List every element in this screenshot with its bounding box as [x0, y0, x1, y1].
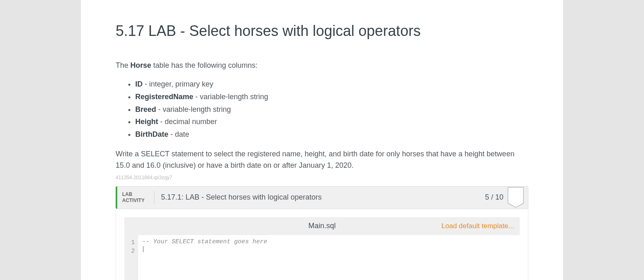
list-item: Height - decimal number	[135, 116, 528, 128]
gutter-line: 2	[129, 247, 135, 256]
task-paragraph: Write a SELECT statement to select the r…	[116, 149, 528, 171]
lab-activity-title: 5.17.1: LAB - Select horses with logical…	[154, 193, 485, 202]
code-line-1: -- Your SELECT statement goes here	[142, 238, 267, 245]
code-filename: Main.sql	[308, 222, 335, 230]
intro-bold: Horse	[130, 61, 151, 69]
code-header: Main.sql Load default template...	[124, 217, 520, 235]
col-name: ID	[135, 80, 143, 88]
columns-list: ID - integer, primary key RegisteredName…	[116, 78, 528, 140]
list-item: BirthDate - date	[135, 129, 528, 140]
col-name: RegisteredName	[135, 93, 193, 101]
reference-code: 411354.2011884.qx3zqy7	[116, 175, 528, 180]
lab-label-line1: LAB	[122, 191, 148, 197]
code-panel: Main.sql Load default template... 1 2 --…	[116, 209, 528, 280]
lab-label-line2: ACTIVITY	[122, 198, 148, 203]
code-body[interactable]: -- Your SELECT statement goes here	[138, 235, 520, 280]
intro-paragraph: The Horse table has the following column…	[116, 60, 528, 71]
col-desc: - variable-length string	[193, 93, 268, 101]
col-desc: - variable-length string	[156, 105, 231, 113]
code-editor[interactable]: 1 2 -- Your SELECT statement goes here	[124, 235, 520, 280]
col-name: Height	[135, 118, 158, 126]
intro-pre: The	[116, 61, 130, 69]
lab-activity-score: 5 / 10	[485, 193, 508, 202]
ribbon-icon	[508, 187, 524, 208]
col-desc: - decimal number	[158, 118, 217, 126]
intro-post: table has the following columns:	[151, 61, 257, 69]
lab-activity-label: LAB ACTIVITY	[117, 191, 154, 203]
list-item: ID - integer, primary key	[135, 78, 528, 90]
load-default-template-link[interactable]: Load default template...	[441, 222, 520, 230]
col-name: BirthDate	[135, 130, 168, 138]
list-item: RegisteredName - variable-length string	[135, 91, 528, 103]
col-name: Breed	[135, 105, 156, 113]
list-item: Breed - variable-length string	[135, 104, 528, 116]
col-desc: - integer, primary key	[143, 80, 213, 88]
col-desc: - date	[168, 130, 189, 138]
line-gutter: 1 2	[124, 235, 138, 280]
gutter-line: 1	[129, 238, 135, 247]
lab-activity-bar: LAB ACTIVITY 5.17.1: LAB - Select horses…	[116, 186, 528, 209]
page-content: 5.17 LAB - Select horses with logical op…	[81, 0, 563, 280]
text-cursor	[143, 246, 143, 252]
page-title: 5.17 LAB - Select horses with logical op…	[116, 22, 528, 40]
